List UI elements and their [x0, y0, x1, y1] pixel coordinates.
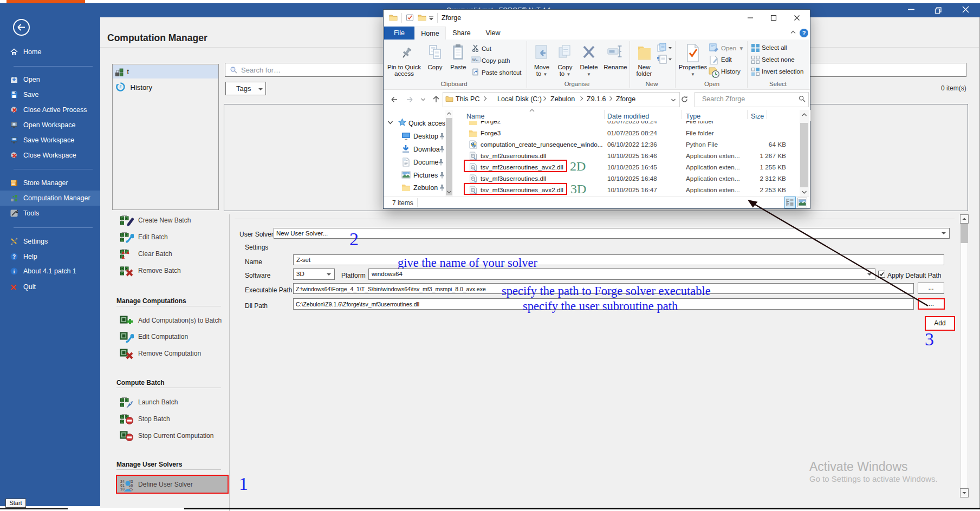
svg-text:i: i: [14, 268, 15, 274]
svg-text:?: ?: [12, 254, 16, 260]
svg-text:W: W: [472, 58, 476, 62]
